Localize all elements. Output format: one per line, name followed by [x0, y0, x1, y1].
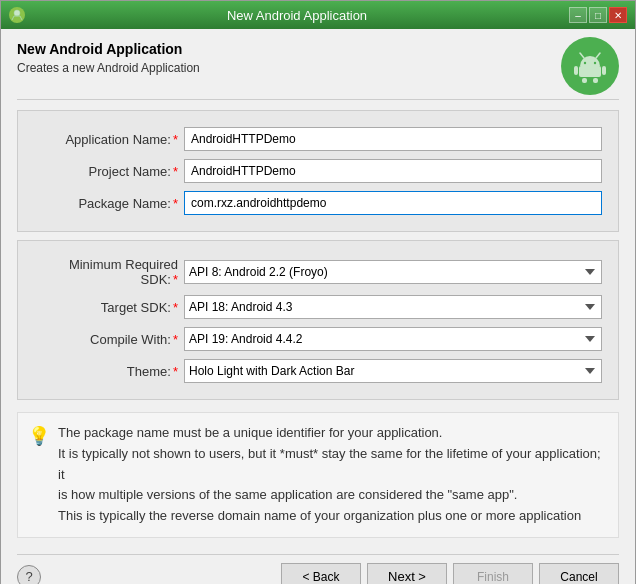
next-button[interactable]: Next >	[367, 563, 447, 584]
compile-with-row: Compile With:* API 19: Android 4.4.2API …	[34, 327, 602, 351]
android-logo	[561, 37, 619, 95]
app-name-input[interactable]	[184, 127, 602, 151]
required-star6: *	[173, 332, 178, 347]
finish-button[interactable]: Finish	[453, 563, 533, 584]
required-star5: *	[173, 300, 178, 315]
help-button[interactable]: ?	[17, 565, 41, 584]
info-box: 💡 The package name must be a unique iden…	[17, 412, 619, 538]
min-sdk-label: Minimum Required SDK:*	[34, 257, 184, 287]
svg-rect-8	[579, 66, 601, 77]
svg-line-4	[580, 53, 584, 58]
dialog-content: New Android Application Creates a new An…	[1, 29, 635, 584]
page-header-row: New Android Application Creates a new An…	[17, 41, 619, 95]
package-name-label: Package Name:*	[34, 196, 184, 211]
page-subtitle: Creates a new Android Application	[17, 61, 200, 75]
svg-rect-9	[574, 66, 578, 75]
cancel-button[interactable]: Cancel	[539, 563, 619, 584]
page-title: New Android Application	[17, 41, 200, 57]
svg-point-7	[594, 62, 596, 64]
window-controls: – □ ✕	[569, 7, 627, 23]
svg-point-0	[14, 10, 20, 16]
svg-rect-10	[602, 66, 606, 75]
theme-select[interactable]: Holo Light with Dark Action BarHolo Dark…	[184, 359, 602, 383]
title-bar: New Android Application – □ ✕	[1, 1, 635, 29]
project-name-label: Project Name:*	[34, 164, 184, 179]
project-name-row: Project Name:*	[34, 159, 602, 183]
back-button[interactable]: < Back	[281, 563, 361, 584]
minimize-button[interactable]: –	[569, 7, 587, 23]
svg-line-5	[596, 53, 600, 58]
nav-buttons: < Back Next > Finish Cancel	[281, 563, 619, 584]
svg-line-2	[12, 16, 14, 20]
svg-rect-12	[593, 78, 598, 83]
svg-rect-11	[582, 78, 587, 83]
compile-with-label: Compile With:*	[34, 332, 184, 347]
theme-label: Theme:*	[34, 364, 184, 379]
compile-with-select[interactable]: API 19: Android 4.4.2API 18: Android 4.3	[184, 327, 602, 351]
button-bar: ? < Back Next > Finish Cancel	[17, 554, 619, 584]
form-section: Application Name:* Project Name:* Packag…	[17, 110, 619, 232]
sdk-section: Minimum Required SDK:* API 8: Android 2.…	[17, 240, 619, 400]
close-button[interactable]: ✕	[609, 7, 627, 23]
page-header: New Android Application Creates a new An…	[17, 41, 200, 75]
required-star: *	[173, 132, 178, 147]
required-star4: *	[173, 272, 178, 287]
min-sdk-select[interactable]: API 8: Android 2.2 (Froyo)API 11: Androi…	[184, 260, 602, 284]
app-name-row: Application Name:*	[34, 127, 602, 151]
app-icon	[9, 7, 25, 23]
required-star2: *	[173, 164, 178, 179]
project-name-input[interactable]	[184, 159, 602, 183]
package-name-input[interactable]	[184, 191, 602, 215]
main-window: New Android Application – □ ✕ New Androi…	[0, 0, 636, 584]
svg-point-6	[584, 62, 586, 64]
min-sdk-row: Minimum Required SDK:* API 8: Android 2.…	[34, 257, 602, 287]
app-name-label: Application Name:*	[34, 132, 184, 147]
target-sdk-row: Target SDK:* API 18: Android 4.3API 19: …	[34, 295, 602, 319]
target-sdk-label: Target SDK:*	[34, 300, 184, 315]
theme-row: Theme:* Holo Light with Dark Action BarH…	[34, 359, 602, 383]
required-star3: *	[173, 196, 178, 211]
window-title: New Android Application	[25, 8, 569, 23]
header-divider	[17, 99, 619, 100]
package-name-row: Package Name:*	[34, 191, 602, 215]
maximize-button[interactable]: □	[589, 7, 607, 23]
required-star7: *	[173, 364, 178, 379]
target-sdk-select[interactable]: API 18: Android 4.3API 19: Android 4.4.2	[184, 295, 602, 319]
info-icon: 💡	[28, 425, 50, 447]
svg-line-3	[20, 16, 22, 20]
next-label: Next >	[388, 569, 426, 584]
info-text: The package name must be a unique identi…	[58, 423, 608, 527]
